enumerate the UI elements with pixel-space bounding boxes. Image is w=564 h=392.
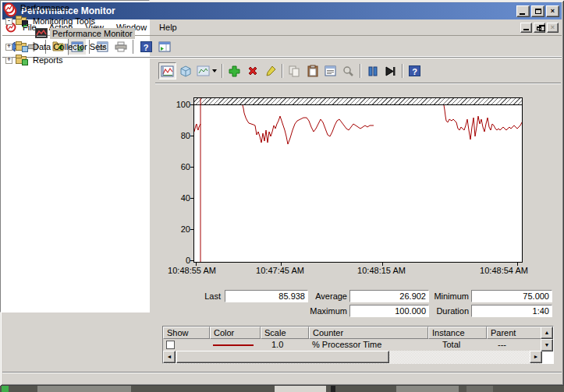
add-counter-button[interactable]	[225, 62, 243, 79]
paste-counter-list-button[interactable]	[303, 62, 321, 79]
chart-icon	[161, 65, 174, 77]
performance-monitor-icon	[35, 28, 48, 39]
copy-icon	[289, 65, 300, 77]
collapse-icon[interactable]: -	[5, 18, 12, 25]
column-header-parent[interactable]: Parent	[487, 327, 542, 339]
y-axis-label: 40	[155, 193, 190, 203]
log-cube-icon	[179, 65, 192, 77]
column-header-instance[interactable]: Instance	[428, 327, 487, 339]
table-horizontal-scrollbar[interactable]: ◄ ►	[163, 351, 542, 364]
desktop-icon-fragment	[2, 386, 9, 392]
tree-item-label[interactable]: Performance Monitor	[50, 28, 135, 39]
mdi-minimize-button[interactable]	[520, 23, 532, 33]
magnifier-icon	[342, 65, 354, 77]
toolbar-groove	[2, 57, 562, 58]
delete-counter-button[interactable]	[243, 62, 261, 79]
action-pane-icon	[158, 41, 171, 52]
graph-help-button[interactable]: ?	[406, 62, 424, 79]
clipboard-icon	[307, 65, 318, 77]
print-button[interactable]	[112, 38, 130, 55]
tree-item-label[interactable]: Performance	[18, 2, 72, 13]
zoom-button[interactable]	[339, 62, 357, 79]
reports-folder-icon	[16, 55, 28, 65]
show-checkbox[interactable]	[166, 341, 175, 349]
tree-item-label[interactable]: Monitoring Tools	[30, 16, 98, 26]
x-axis-label: 10:48:15 AM	[346, 266, 417, 275]
performance-graph	[193, 97, 523, 263]
mdi-close-button[interactable]: ×	[547, 23, 559, 33]
copy-properties-button[interactable]	[286, 62, 303, 79]
screen: Performance Monitor × File Action View W…	[0, 0, 564, 392]
freeze-display-button[interactable]	[364, 62, 381, 79]
printer-icon	[115, 41, 127, 52]
column-header-color[interactable]: Color	[210, 327, 261, 339]
table-scroll-left-button[interactable]: ◄	[163, 351, 176, 363]
y-axis-label: 100	[155, 100, 190, 109]
graph-properties-button[interactable]	[321, 62, 339, 79]
delete-x-icon	[247, 65, 258, 76]
stat-maximum-value: 100.000	[349, 305, 429, 317]
counter-row-scale-cell: 1.0	[261, 339, 309, 351]
stat-minimum-label: Minimum	[430, 290, 469, 302]
perf-graph-svg	[194, 98, 522, 262]
expand-icon[interactable]: +	[5, 57, 12, 64]
counter-color-sample	[213, 344, 254, 346]
maximize-button[interactable]	[531, 5, 544, 17]
update-data-button[interactable]	[381, 62, 399, 79]
show-action-pane-button[interactable]	[155, 38, 174, 55]
desktop-sliver	[0, 386, 564, 392]
tree-item-data-collector-sets[interactable]: + Data Collector Sets	[5, 41, 109, 53]
step-forward-icon	[385, 66, 396, 76]
mdi-restore-icon	[537, 26, 541, 30]
table-scroll-down-button[interactable]: ▼	[541, 339, 553, 351]
minimize-button[interactable]	[516, 5, 530, 17]
graph-toolbar: ?	[158, 62, 424, 80]
column-header-show[interactable]: Show	[163, 327, 210, 339]
x-axis-label: 10:47:45 AM	[244, 266, 316, 275]
tree-item-label[interactable]: Reports	[30, 55, 66, 65]
counter-row-parent-cell: ---	[487, 339, 542, 351]
maximize-icon	[535, 9, 541, 14]
stat-last-value: 85.938	[225, 290, 308, 302]
close-button[interactable]: ×	[546, 5, 559, 17]
counter-row-show-cell[interactable]	[163, 339, 210, 351]
add-plus-icon	[229, 65, 240, 77]
help-button[interactable]: ?	[137, 38, 155, 55]
tree-item-monitoring-tools[interactable]: - Monitoring Tools	[5, 15, 98, 27]
monitoring-tools-folder-icon	[16, 16, 28, 26]
stat-minimum-value: 75.000	[471, 290, 552, 302]
tree-item-label[interactable]: Data Collector Sets	[30, 41, 109, 52]
pause-icon	[368, 66, 378, 76]
menu-help[interactable]: Help	[153, 21, 183, 34]
help-icon: ?	[140, 41, 152, 52]
table-scroll-up-button[interactable]: ▲	[541, 327, 553, 339]
stat-duration-value: 1:40	[471, 305, 552, 317]
view-current-activity-button[interactable]	[158, 62, 176, 79]
y-axis-label: 20	[155, 224, 190, 234]
y-axis-label: 60	[155, 162, 190, 171]
graph-toolbar-separator	[360, 64, 361, 78]
highlight-button[interactable]	[261, 62, 279, 79]
stat-maximum-label: Maximum	[307, 305, 347, 317]
change-graph-type-button[interactable]	[194, 62, 219, 79]
table-scroll-right-button[interactable]: ►	[530, 351, 542, 363]
stat-average-value: 26.902	[349, 290, 429, 302]
tree-item-reports[interactable]: + Reports	[5, 54, 66, 66]
column-header-counter[interactable]: Counter	[309, 327, 428, 339]
tree-item-performance[interactable]: Performance	[3, 2, 72, 14]
mdi-minimize-icon	[523, 29, 529, 30]
column-header-scale[interactable]: Scale	[261, 327, 309, 339]
view-log-data-button[interactable]	[176, 62, 194, 79]
y-axis-label: 0	[155, 256, 190, 265]
graph-toolbar-groove	[155, 83, 561, 84]
desktop-text-fragment	[331, 386, 335, 392]
x-axis-label: 10:48:54 AM	[468, 266, 540, 275]
data-collector-sets-folder-icon	[16, 41, 28, 52]
table-hscroll-thumb[interactable]	[176, 351, 389, 363]
stat-last-label: Last	[186, 290, 221, 302]
expand-icon[interactable]: +	[5, 44, 12, 51]
mdi-restore-button[interactable]	[534, 23, 545, 33]
desktop-text-fragment	[275, 386, 326, 392]
tree-item-performance-monitor[interactable]: Performance Monitor	[35, 27, 135, 40]
desktop-text-fragment	[396, 386, 459, 392]
